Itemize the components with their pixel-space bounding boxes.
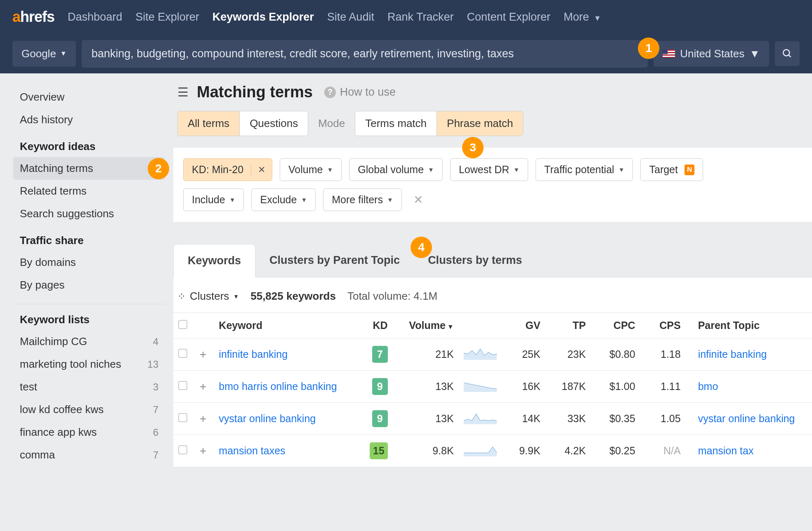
table-header-row: Keyword KD Volume▼ GV TP CPC CPS Parent … [173,313,812,338]
col-volume[interactable]: Volume▼ [393,313,459,338]
page-header: ☰ Matching terms ? How to use [173,83,812,111]
row-checkbox[interactable] [178,349,187,358]
filter-traffic-potential[interactable]: Traffic potential▼ [536,158,633,181]
annotation-badge-1: 1 [638,38,659,59]
cell-gv: 14K [504,403,545,435]
filter-lowest-dr[interactable]: Lowest DR▼ [450,158,528,181]
stats-row: ⁘ Clusters ▼ 55,825 keywords Total volum… [173,277,812,312]
rtab-keywords[interactable]: Keywords [173,244,255,277]
country-select[interactable]: United States ▼ [654,41,769,67]
sidebar-heading-lists: Keyword lists [13,304,173,330]
seg-questions[interactable]: Questions [240,111,308,136]
sidebar-list-item[interactable]: low kd coffee kws7 [13,398,165,421]
col-cps[interactable]: CPS [640,313,686,338]
nav-content-explorer[interactable]: Content Explorer [467,11,550,23]
how-to-use[interactable]: ? How to use [324,86,396,99]
clear-filters[interactable]: ✕ [409,193,427,207]
seg-terms-match[interactable]: Terms match [355,111,437,136]
rtab-clusters-terms[interactable]: Clusters by terms [414,244,536,277]
col-tp[interactable]: TP [545,313,591,338]
parent-topic-link[interactable]: bmo [698,381,718,392]
sidebar-item-overview[interactable]: Overview [13,86,165,108]
sidebar-list-item[interactable]: comma7 [13,444,165,466]
chevron-down-icon: ▼ [428,166,434,173]
logo[interactable]: ahrefs [12,8,54,26]
expand-icon[interactable]: + [197,412,209,425]
search-row: Google ▼ banking, budgeting, compound in… [0,34,812,73]
expand-icon[interactable]: + [197,380,209,393]
filter-exclude[interactable]: Exclude▼ [251,188,316,211]
filter-kd[interactable]: KD: Min-20 ✕ [183,158,272,181]
nav-dashboard[interactable]: Dashboard [68,11,122,23]
keyword-link[interactable]: infinite banking [219,348,288,360]
sort-desc-icon: ▼ [447,323,454,330]
cell-cpc: $0.25 [591,435,640,467]
nav-more-label: More [564,11,589,23]
cluster-icon: ⁘ [177,291,186,302]
sidebar-list-item[interactable]: test3 [13,376,165,398]
search-button[interactable] [775,41,800,66]
cell-gv: 25K [504,338,545,371]
country-label: United States [680,47,744,60]
nav-keywords-explorer[interactable]: Keywords Explorer [212,11,314,23]
parent-topic-link[interactable]: infinite banking [698,348,767,360]
rtab-clusters-parent[interactable]: Clusters by Parent Topic [255,244,414,277]
filter-label: Traffic potential [544,164,614,176]
expand-icon[interactable]: + [197,444,209,457]
cell-gv: 9.9K [504,435,545,467]
cell-gv: 16K [504,371,545,403]
sidebar-item-by-domains[interactable]: By domains [13,251,165,274]
keywords-input[interactable]: banking, budgeting, compound interest, c… [82,40,648,68]
sidebar-list-item[interactable]: marketing tool niches13 [13,353,165,376]
nav-site-explorer[interactable]: Site Explorer [135,11,199,23]
parent-topic-link[interactable]: mansion tax [698,445,754,456]
row-checkbox[interactable] [178,413,187,422]
sidebar-item-ads-history[interactable]: Ads history [13,108,165,131]
col-gv[interactable]: GV [504,313,545,338]
sidebar-item-search-suggestions[interactable]: Search suggestions [13,202,165,225]
chevron-down-icon: ▼ [594,14,601,22]
chevron-down-icon: ▼ [387,196,393,203]
seg-phrase-match[interactable]: Phrase match [437,111,523,136]
page-title: Matching terms [197,83,313,101]
filter-global-volume[interactable]: Global volume▼ [349,158,443,181]
select-all-checkbox[interactable] [178,320,187,329]
clusters-dropdown[interactable]: ⁘ Clusters ▼ [177,290,239,303]
filter-more[interactable]: More filters▼ [323,188,402,211]
us-flag-icon [663,49,675,58]
engine-select[interactable]: Google ▼ [12,41,76,67]
col-keyword[interactable]: Keyword [214,313,355,338]
nav-more[interactable]: More ▼ [564,11,601,23]
expand-icon[interactable]: + [197,348,209,361]
annotation-badge-4: 4 [411,237,432,258]
svg-point-0 [783,49,789,56]
row-checkbox[interactable] [178,445,187,454]
nav-site-audit[interactable]: Site Audit [327,11,374,23]
col-parent[interactable]: Parent Topic [686,313,812,338]
sidebar-list-item[interactable]: finance app kws6 [13,421,165,444]
engine-label: Google [21,47,56,60]
sidebar-item-by-pages[interactable]: By pages [13,274,165,296]
list-label: low kd coffee kws [20,403,104,416]
col-cpc[interactable]: CPC [591,313,640,338]
nav-rank-tracker[interactable]: Rank Tracker [387,11,454,23]
filter-volume[interactable]: Volume▼ [280,158,342,181]
list-count: 7 [153,449,158,461]
keyword-link[interactable]: mansion taxes [219,445,285,456]
col-kd[interactable]: KD [356,313,393,338]
cell-tp: 4.2K [545,435,591,467]
sidebar-list-item[interactable]: Mailchimp CG4 [13,330,165,353]
parent-topic-link[interactable]: vystar online banking [698,413,795,424]
filter-target[interactable]: TargetN [640,158,703,181]
row-checkbox[interactable] [178,381,187,390]
seg-all-terms[interactable]: All terms [178,111,240,136]
sidebar-item-matching-terms[interactable]: Matching terms 2 [13,157,165,180]
hamburger-icon[interactable]: ☰ [177,85,189,99]
close-icon[interactable]: ✕ [251,164,272,175]
filter-include[interactable]: Include▼ [183,188,244,211]
sidebar-item-related-terms[interactable]: Related terms [13,180,165,202]
search-icon [782,48,793,59]
filter-label: Global volume [358,164,424,176]
keyword-link[interactable]: vystar online banking [219,413,316,424]
keyword-link[interactable]: bmo harris online banking [219,381,337,392]
